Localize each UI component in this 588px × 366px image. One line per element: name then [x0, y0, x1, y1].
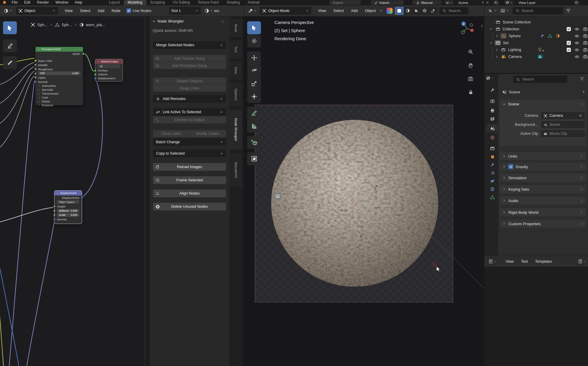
mode-dropdown[interactable]: Object Mode: [260, 7, 311, 15]
workspace-tab-uv-editing[interactable]: UV Editing: [169, 0, 194, 5]
node-header[interactable]: Principled BSDF: [35, 47, 83, 52]
tab-options[interactable]: Options: [229, 82, 243, 107]
tab-world[interactable]: [487, 133, 498, 142]
tab-view[interactable]: View: [229, 61, 243, 80]
texture-paint-button[interactable]: [429, 7, 437, 15]
tool-cursor[interactable]: [247, 35, 261, 47]
tool-links-cut[interactable]: [3, 56, 17, 69]
node-displacement[interactable]: Displacement Displacement Object Space H…: [54, 190, 82, 224]
new-scene-button[interactable]: [493, 0, 499, 5]
scene-panel-header[interactable]: Scene: [500, 99, 586, 109]
pin-icon[interactable]: [481, 1, 485, 4]
node-header[interactable]: Material Output: [95, 59, 123, 64]
row-camera[interactable]: Camera: [484, 53, 588, 60]
add-texture-setup-button[interactable]: Add Texture Setup: [153, 55, 226, 62]
panel-grip-icon[interactable]: [221, 20, 225, 24]
space-dropdown[interactable]: Object Space: [57, 200, 79, 204]
chevron-right-icon[interactable]: [495, 34, 499, 38]
delete-unused-nodes-button[interactable]: Delete Unused Nodes: [153, 203, 226, 210]
render-camera-icon[interactable]: [583, 34, 588, 38]
tool-scale[interactable]: [247, 77, 261, 90]
workspace-tab-texture-paint[interactable]: Texture Paint: [194, 0, 223, 5]
shading-rendered-button[interactable]: [420, 7, 429, 15]
panel-specular[interactable]: Specular: [35, 88, 83, 92]
tool-rotate[interactable]: [247, 64, 261, 77]
navigation-gizmo[interactable]: Z: [459, 20, 476, 37]
panel-custom-properties[interactable]: Custom Properties: [499, 219, 586, 228]
hide-eye-icon[interactable]: [574, 27, 579, 32]
shading-material-button[interactable]: [403, 7, 412, 15]
clear-label-button[interactable]: Clear Label: [153, 130, 189, 137]
socket-bsdf-out[interactable]: [82, 53, 84, 55]
tab-collection[interactable]: [487, 144, 498, 153]
chevron-down-icon[interactable]: [379, 9, 383, 13]
panel-units[interactable]: Units: [499, 152, 586, 161]
breadcrumb-object[interactable]: Sph...: [37, 23, 47, 27]
menu-file[interactable]: File: [8, 0, 21, 5]
material-icon[interactable]: [556, 34, 560, 38]
tool-measure[interactable]: [247, 119, 261, 132]
panel-sheen[interactable]: Sheen: [35, 99, 83, 103]
active-clip-value-field[interactable]: Movie Clip: [541, 130, 585, 137]
tab-node-wrangler[interactable]: Node Wrangler: [229, 109, 243, 150]
workspace-tab-modeling[interactable]: Modeling: [124, 0, 146, 5]
detach-outputs-button[interactable]: Detach Outputs: [153, 77, 226, 84]
render-camera-icon[interactable]: [583, 54, 588, 59]
node-material-output[interactable]: Material Output All Surface Volume Displ…: [95, 59, 123, 82]
render-camera-icon[interactable]: [583, 27, 588, 32]
clear-x-icon[interactable]: [579, 114, 582, 117]
tool-annotate[interactable]: [3, 39, 17, 52]
add-reroutes-menu[interactable]: Add Reroutes: [153, 95, 226, 103]
tab-particles[interactable]: [487, 169, 498, 177]
shader-menu-view[interactable]: View: [61, 9, 76, 13]
panel-audio[interactable]: Audio: [499, 196, 586, 205]
tab-blenderkit[interactable]: BlenderKit: [229, 153, 243, 188]
menu-help[interactable]: Help: [72, 0, 86, 5]
outliner-filter-images-dropdown[interactable]: [499, 7, 510, 15]
socket[interactable]: [53, 214, 56, 216]
socket[interactable]: [94, 77, 96, 80]
node-header[interactable]: Displacement: [54, 191, 82, 195]
tool-add-cube[interactable]: [247, 136, 261, 149]
view-layer-dropdown[interactable]: [504, 0, 514, 5]
frame-selected-button[interactable]: Frame Selected: [153, 176, 226, 184]
panel-rigid-body-world[interactable]: Rigid Body World: [499, 208, 586, 217]
hide-eye-icon[interactable]: [574, 54, 579, 59]
outliner-search-input[interactable]: Search: [513, 7, 563, 14]
lock-view-icon[interactable]: [468, 89, 473, 95]
tool-select-box[interactable]: [247, 21, 261, 34]
row-lighting[interactable]: Lighting 8: [484, 46, 588, 53]
panel-keying-sets[interactable]: Keying Sets: [499, 185, 586, 194]
material-preview-sphere-icon[interactable]: [387, 8, 393, 14]
text-menu-view[interactable]: View: [502, 259, 517, 264]
zoom-icon[interactable]: [468, 49, 473, 55]
export-button[interactable]: Export: [329, 0, 361, 5]
collapse-icon[interactable]: [37, 48, 40, 51]
text-editor-body[interactable]: [484, 267, 588, 366]
socket[interactable]: [34, 64, 37, 66]
text-menu-templates[interactable]: Templates: [531, 259, 556, 264]
material-browse-dropdown[interactable]: [203, 7, 214, 15]
viewport-3d[interactable]: Camera Perspective (2) Set | Sphere Rend…: [243, 17, 484, 366]
breadcrumb-material[interactable]: worn_pla...: [86, 23, 105, 27]
viewport-menu-view[interactable]: View: [314, 9, 330, 13]
tool-annotate[interactable]: [247, 107, 261, 119]
socket[interactable]: [34, 59, 37, 62]
workspace-tab-layout[interactable]: Layout: [105, 0, 124, 5]
shading-preview-button[interactable]: [412, 7, 420, 15]
sidebar-collapse-icon[interactable]: [480, 24, 484, 28]
viewport-menu-object[interactable]: Object: [361, 9, 379, 13]
viewport-search-input[interactable]: Search: [439, 7, 468, 14]
socket[interactable]: [94, 69, 96, 72]
ior-field[interactable]: IOR1.450: [38, 71, 81, 75]
menu-edit[interactable]: Edit: [21, 0, 34, 5]
menu-render[interactable]: Render: [34, 0, 52, 5]
scene-type-dropdown[interactable]: [444, 0, 454, 5]
render-camera-icon[interactable]: [583, 41, 588, 45]
socket[interactable]: [34, 72, 37, 75]
use-nodes-checkbox[interactable]: [127, 8, 131, 13]
tab-tool[interactable]: [487, 86, 498, 94]
slot-dropdown[interactable]: Slot 1: [169, 7, 201, 15]
modify-labels-button[interactable]: Modify Labels: [189, 130, 226, 137]
tab-render[interactable]: [487, 97, 498, 105]
